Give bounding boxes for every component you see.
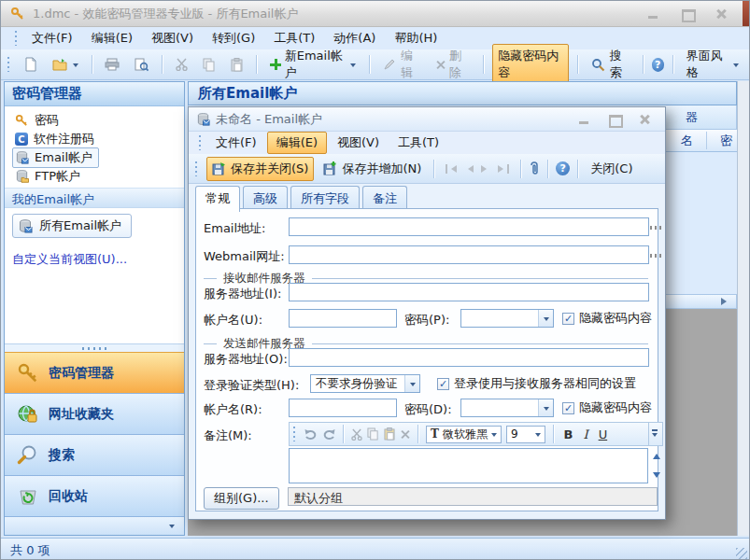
bold-button[interactable]: B — [561, 427, 576, 441]
combo-dropdown-icon[interactable] — [538, 310, 553, 327]
ui-style-dropdown-caret[interactable] — [733, 63, 739, 70]
notes-scrollbar[interactable] — [650, 448, 663, 483]
dialog-minimize-button[interactable] — [577, 114, 592, 125]
print-button[interactable] — [100, 55, 124, 74]
nav-web-favorites[interactable]: 网址收藏夹 — [5, 393, 184, 434]
font-size-select[interactable]: 9 — [506, 426, 545, 443]
hide-password-label: 隐藏密码内容 — [579, 310, 652, 327]
resize-grip[interactable] — [736, 548, 747, 559]
tree-item-passwords[interactable]: 密码 — [5, 111, 184, 130]
send-password-combo[interactable] — [460, 399, 554, 417]
close-button[interactable] — [714, 8, 729, 20]
customize-view-link[interactable]: 自定义当前视图(U)... — [12, 251, 177, 268]
close-dialog-button[interactable]: 关闭(C) — [586, 158, 637, 180]
combo-dropdown-icon[interactable] — [538, 399, 553, 416]
group-button[interactable]: 组别(G)... — [204, 487, 279, 510]
first-record-button[interactable] — [446, 164, 457, 174]
dialog-menu-tools[interactable]: 工具(T) — [389, 133, 447, 153]
combo-dropdown-icon[interactable] — [404, 375, 419, 392]
dialog-menu-edit[interactable]: 编辑(E) — [267, 132, 327, 154]
menu-file[interactable]: 文件(F) — [23, 28, 81, 49]
browse-ellipsis-icon[interactable] — [650, 254, 663, 258]
minimize-button[interactable] — [646, 8, 661, 20]
open-file-button[interactable] — [48, 55, 83, 74]
tab-all-fields[interactable]: 所有字段 — [290, 186, 360, 210]
tree-item-ftp-accounts[interactable]: FTP帐户 — [5, 167, 184, 186]
save-and-close-button[interactable]: 保存并关闭(S) — [206, 157, 314, 181]
registration-icon — [15, 133, 28, 146]
menu-edit[interactable]: 编辑(E) — [83, 28, 141, 49]
new-email-account-button[interactable]: 新Email帐户 — [265, 45, 361, 84]
ui-style-button[interactable]: 界面风格 — [682, 45, 743, 84]
scroll-right-arrow-icon[interactable] — [721, 298, 730, 305]
dialog-help-icon[interactable] — [556, 161, 570, 175]
browse-ellipsis-icon[interactable] — [650, 226, 663, 230]
sidebar-splitter[interactable] — [5, 343, 184, 352]
column-header-fragment[interactable]: 名 — [681, 133, 693, 149]
webmail-url-input[interactable] — [289, 245, 649, 264]
last-record-button[interactable] — [498, 164, 509, 174]
cut-icon[interactable] — [351, 428, 362, 441]
font-family-select[interactable]: T 微软雅黑 — [426, 426, 502, 443]
receive-user-input[interactable] — [289, 309, 397, 328]
redo-icon[interactable] — [322, 428, 335, 441]
email-address-input[interactable] — [289, 217, 649, 236]
column-header-fragment: 器 — [686, 109, 698, 126]
maximize-button[interactable] — [680, 8, 695, 20]
toolbar-overflow-button[interactable] — [648, 423, 659, 445]
print-preview-button[interactable] — [130, 55, 153, 75]
hide-password-checkbox[interactable] — [562, 402, 574, 414]
new-email-dropdown-caret[interactable] — [350, 63, 356, 70]
italic-button[interactable]: I — [581, 427, 591, 441]
send-user-input[interactable] — [289, 399, 397, 417]
new-file-button[interactable] — [20, 54, 42, 75]
menu-view[interactable]: 视图(V) — [143, 28, 202, 49]
underline-button[interactable]: U — [596, 427, 611, 441]
tab-notes[interactable]: 备注 — [362, 186, 407, 210]
menu-goto[interactable]: 转到(G) — [204, 28, 263, 49]
next-record-button[interactable] — [481, 165, 490, 173]
cut-button[interactable] — [171, 55, 192, 74]
column-header-fragment[interactable]: 密 — [720, 133, 732, 149]
same-as-receive-checkbox[interactable] — [437, 378, 449, 390]
auth-type-combo[interactable]: 不要求身份验证 — [310, 374, 420, 393]
tree-item-software-keys[interactable]: 软件注册码 — [5, 130, 184, 148]
nav-search[interactable]: 搜索 — [5, 434, 184, 475]
open-dropdown-caret[interactable] — [73, 63, 78, 70]
paste-button[interactable] — [226, 55, 248, 75]
receive-password-combo[interactable] — [460, 309, 554, 328]
dialog-tabs: 常规 高级 所有字段 备注 — [195, 186, 407, 210]
receive-server-input[interactable] — [289, 283, 649, 301]
send-server-input[interactable] — [289, 348, 649, 367]
nav-recycle-bin[interactable]: 回收站 — [5, 475, 184, 516]
copy-icon[interactable] — [367, 427, 379, 441]
cut-icon — [176, 58, 188, 71]
dialog-menu-view[interactable]: 视图(V) — [329, 133, 388, 153]
undo-icon[interactable] — [304, 428, 318, 441]
help-icon[interactable] — [652, 58, 664, 72]
edit-button[interactable]: 编辑 — [378, 45, 425, 84]
dialog-menu-file[interactable]: 文件(F) — [207, 133, 265, 153]
hide-password-toggle[interactable]: 隐藏密码内容 — [492, 44, 568, 85]
search-button[interactable]: 搜索 — [587, 45, 634, 84]
tree-item-email-accounts[interactable]: Email帐户 — [5, 148, 184, 167]
scroll-down-icon[interactable] — [650, 470, 663, 483]
delete-button[interactable]: 删除 — [431, 45, 474, 84]
delete-x-icon[interactable] — [400, 429, 410, 440]
dialog-maximize-button[interactable] — [607, 114, 622, 125]
copy-button[interactable] — [198, 55, 220, 75]
scroll-up-icon[interactable] — [650, 448, 663, 461]
hide-password-label: 隐藏密码内容 — [498, 48, 562, 81]
sidebar-item-all-email-accounts[interactable]: 所有Email帐户 — [12, 214, 132, 238]
hide-password-checkbox[interactable] — [562, 313, 574, 325]
dialog-close-button[interactable] — [637, 114, 652, 125]
tab-advanced[interactable]: 高级 — [243, 186, 288, 210]
tab-general[interactable]: 常规 — [195, 186, 240, 212]
save-and-add-button[interactable]: 保存并增加(N) — [318, 158, 426, 180]
previous-record-button[interactable] — [464, 165, 474, 173]
attachment-paperclip-icon[interactable] — [529, 161, 540, 176]
nav-collapse-band[interactable] — [5, 516, 184, 535]
paste-icon[interactable] — [384, 427, 395, 441]
notes-textarea[interactable] — [289, 448, 648, 483]
nav-password-manager[interactable]: 密码管理器 — [5, 352, 184, 393]
